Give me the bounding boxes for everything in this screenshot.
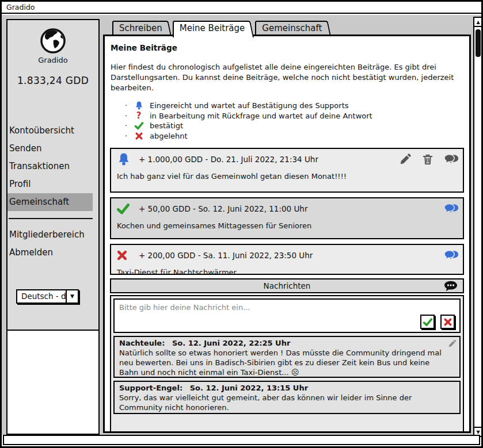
message-author: Nachteule: <box>119 339 165 347</box>
message-input-buttons <box>420 315 455 329</box>
chat-dots-icon <box>443 280 458 293</box>
scrollbar-thumb[interactable] <box>476 29 481 57</box>
entry-header: + 1.000,00 GDD - Do. 21. Juli 2022, 21:3… <box>116 152 458 167</box>
sidebar-secondary-menu: Mitgliederbereich Abmelden <box>7 226 98 262</box>
delete-icon[interactable] <box>421 153 435 166</box>
sidebar-item-profil[interactable]: Profil <box>7 175 93 193</box>
check-icon <box>116 201 132 216</box>
scrollbar[interactable]: ▲ ▼ <box>473 17 483 437</box>
message-card: Support-Engel: So. 12. Juni 2022, 13:15 … <box>113 381 461 414</box>
message-header: Support-Engel: So. 12. Juni 2022, 13:15 … <box>119 384 446 392</box>
sidebar-item-mitgliederbereich[interactable]: Mitgliederbereich <box>7 226 93 244</box>
bullet: · <box>125 132 133 140</box>
status-legend: · Eingereicht und wartet auf Bestätigung… <box>125 101 464 141</box>
sidebar-item-kontouebersicht[interactable]: Kontoübersicht <box>7 122 93 140</box>
sidebar-item-transaktionen[interactable]: Transaktionen <box>7 158 93 175</box>
sidebar-divider <box>9 218 93 219</box>
cancel-message-button[interactable] <box>440 315 455 329</box>
entry-text: Taxi-Dienst für Nachtschwärmer <box>117 268 458 275</box>
edit-message-icon[interactable] <box>448 339 457 348</box>
tab-schreiben[interactable]: Schreiben <box>112 21 165 35</box>
bell-icon <box>116 152 132 167</box>
legend-item-bestaetigt: · bestätigt <box>125 121 464 131</box>
entry-header: + 50,00 GDD - So. 12. Juni 2022, 11:00 U… <box>116 201 458 216</box>
message-text: Natürlich sollte so etwas honoriert werd… <box>119 348 446 377</box>
chat-icon[interactable] <box>444 249 458 262</box>
message-header: Nachteule: So. 12. Juni 2022, 22:25 Uhr <box>119 339 446 347</box>
entry-title: + 50,00 GDD - So. 12. Juni 2022, 11:00 U… <box>139 204 437 213</box>
dropdown-arrow-icon[interactable]: ▼ <box>67 289 79 304</box>
logo-label: Gradido <box>7 56 98 64</box>
entry-header: + 200,00 GDD - Sa. 11. Juni 2022, 23:50 … <box>116 248 458 263</box>
entry-actions <box>399 153 458 166</box>
window-title: Gradido <box>2 2 481 14</box>
app-window: Gradido Gradido 1.833,24 GDD Kontoübersi… <box>0 0 483 448</box>
page-title: Meine Beiträge <box>111 43 464 52</box>
message-time: So. 12. Juni 2022, 13:15 Uhr <box>190 384 308 392</box>
contribution-entry-rejected: + 200,00 GDD - Sa. 11. Juni 2022, 23:50 … <box>110 244 464 275</box>
bullet: · <box>125 112 133 120</box>
contribution-entry-confirmed: + 50,00 GDD - So. 12. Juni 2022, 11:00 U… <box>110 197 464 239</box>
legend-text: abgelehnt <box>150 132 188 140</box>
balance-amount: 1.833,24 GDD <box>7 75 98 86</box>
bullet: · <box>125 121 133 130</box>
messages-panel: Nachteule: So. 12. Juni 2022, 22:25 Uhr … <box>110 295 464 433</box>
chat-icon[interactable] <box>444 202 458 215</box>
language-select-value[interactable]: Deutsch - de <box>16 289 67 304</box>
question-icon: ? <box>133 110 144 121</box>
sidebar-container: Gradido 1.833,24 GDD Kontoübersicht Send… <box>6 19 100 435</box>
chat-icon[interactable] <box>444 153 458 166</box>
sidebar-menu: Kontoübersicht Senden Transaktionen Prof… <box>7 122 98 211</box>
check-icon <box>423 317 433 327</box>
message-input-box <box>113 298 461 333</box>
message-card: Nachteule: So. 12. Juni 2022, 22:25 Uhr … <box>113 336 461 378</box>
legend-item-rueckfrage: · ? in Bearbeitung mit Rückfrage und war… <box>125 111 464 121</box>
x-icon <box>443 317 452 327</box>
check-icon <box>133 121 144 131</box>
legend-text: Eingereicht und wartet auf Bestätigung d… <box>150 101 349 110</box>
send-message-button[interactable] <box>420 315 435 329</box>
message-text: Sorry, das war vielleicht gut gemeint, a… <box>119 393 446 412</box>
bullet: · <box>125 101 133 110</box>
tab-gemeinschaft[interactable]: Gemeinschaft <box>255 21 324 35</box>
language-select[interactable]: Deutsch - de ▼ <box>16 289 79 304</box>
legend-text: bestätigt <box>150 121 183 130</box>
sidebar-item-gemeinschaft[interactable]: Gemeinschaft <box>7 193 93 211</box>
entry-actions <box>444 249 458 262</box>
sidebar: Gradido 1.833,24 GDD Kontoübersicht Send… <box>7 20 98 331</box>
messages-header-bar: Nachrichten <box>110 278 464 293</box>
scroll-up-button[interactable]: ▲ <box>474 18 482 27</box>
messages-title: Nachrichten <box>111 281 463 290</box>
intro-text: Hier findest du chronologisch aufgeliste… <box>111 62 461 93</box>
sidebar-item-abmelden[interactable]: Abmelden <box>7 244 93 262</box>
entry-text: Ich hab ganz viel für das Gemeinwohl get… <box>117 172 458 181</box>
status-bar <box>3 435 480 445</box>
content-panel: Meine Beiträge Hier findest du chronolog… <box>103 35 471 433</box>
globe-icon <box>39 27 67 55</box>
tab-bar: Schreiben Meine Beiträge Gemeinschaft <box>112 21 332 35</box>
sidebar-item-senden[interactable]: Senden <box>7 140 93 158</box>
entry-actions <box>444 202 458 215</box>
entry-title: + 1.000,00 GDD - Do. 21. Juli 2022, 21:3… <box>139 155 392 164</box>
entry-text: Kochen und gemeinsames Mittagessen für S… <box>117 221 458 230</box>
message-time: So. 12. Juni 2022, 22:25 Uhr <box>172 339 290 347</box>
message-author: Support-Engel: <box>119 384 182 392</box>
entry-title: + 200,00 GDD - Sa. 11. Juni 2022, 23:50 … <box>139 251 437 260</box>
legend-text: in Bearbeitung mit Rückfrage und wartet … <box>150 112 372 120</box>
message-input[interactable] <box>115 300 459 332</box>
edit-icon[interactable] <box>399 153 413 166</box>
contribution-entry-pending: + 1.000,00 GDD - Do. 21. Juli 2022, 21:3… <box>110 148 464 193</box>
x-icon <box>116 248 132 263</box>
bell-icon <box>133 101 144 111</box>
tab-meine-beitraege[interactable]: Meine Beiträge <box>173 21 248 37</box>
legend-item-eingereicht: · Eingereicht und wartet auf Bestätigung… <box>125 101 464 111</box>
legend-item-abgelehnt: · abgelehnt <box>125 131 464 141</box>
x-icon <box>133 131 144 141</box>
